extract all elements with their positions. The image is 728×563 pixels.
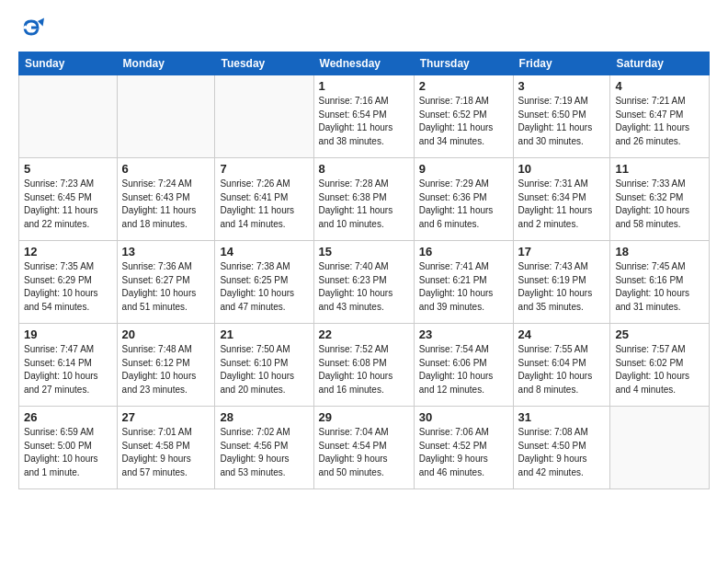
day-number: 12	[24, 245, 112, 259]
day-number: 8	[319, 162, 409, 176]
day-number: 5	[24, 162, 112, 176]
week-row-4: 19Sunrise: 7:47 AM Sunset: 6:14 PM Dayli…	[19, 324, 710, 407]
day-info: Sunrise: 7:57 AM Sunset: 6:02 PM Dayligh…	[615, 343, 704, 396]
day-info: Sunrise: 7:38 AM Sunset: 6:25 PM Dayligh…	[220, 260, 308, 314]
logo	[18, 15, 46, 40]
day-number: 21	[220, 327, 308, 341]
calendar-cell: 31Sunrise: 7:08 AM Sunset: 4:50 PM Dayli…	[513, 407, 610, 489]
day-number: 15	[319, 245, 409, 259]
day-number: 22	[319, 327, 409, 341]
day-info: Sunrise: 7:19 AM Sunset: 6:50 PM Dayligh…	[518, 95, 606, 148]
day-info: Sunrise: 7:21 AM Sunset: 6:47 PM Dayligh…	[615, 95, 704, 148]
calendar-cell: 27Sunrise: 7:01 AM Sunset: 4:58 PM Dayli…	[117, 407, 215, 489]
day-info: Sunrise: 7:24 AM Sunset: 6:43 PM Dayligh…	[122, 178, 210, 231]
calendar-cell: 15Sunrise: 7:40 AM Sunset: 6:23 PM Dayli…	[313, 241, 414, 324]
day-number: 7	[220, 162, 308, 176]
day-number: 6	[122, 162, 210, 176]
day-number: 4	[615, 79, 704, 93]
day-info: Sunrise: 7:48 AM Sunset: 6:12 PM Dayligh…	[122, 343, 210, 396]
calendar-cell	[215, 75, 313, 158]
weekday-header-sunday: Sunday	[19, 52, 118, 75]
day-number: 30	[419, 410, 508, 424]
calendar-cell: 22Sunrise: 7:52 AM Sunset: 6:08 PM Dayli…	[313, 324, 414, 407]
day-number: 25	[615, 327, 704, 341]
day-number: 23	[419, 327, 508, 341]
weekday-header-saturday: Saturday	[610, 52, 710, 75]
day-number: 20	[122, 327, 210, 341]
calendar-cell: 20Sunrise: 7:48 AM Sunset: 6:12 PM Dayli…	[117, 324, 215, 407]
day-number: 11	[615, 162, 704, 176]
calendar-cell: 28Sunrise: 7:02 AM Sunset: 4:56 PM Dayli…	[215, 407, 313, 489]
calendar-cell	[19, 75, 118, 158]
general-blue-icon	[18, 15, 44, 40]
header	[18, 15, 710, 40]
calendar-cell: 4Sunrise: 7:21 AM Sunset: 6:47 PM Daylig…	[610, 75, 710, 158]
day-info: Sunrise: 7:16 AM Sunset: 6:54 PM Dayligh…	[319, 95, 409, 148]
day-info: Sunrise: 7:31 AM Sunset: 6:34 PM Dayligh…	[518, 178, 606, 231]
day-info: Sunrise: 7:04 AM Sunset: 4:54 PM Dayligh…	[319, 426, 409, 479]
day-info: Sunrise: 7:47 AM Sunset: 6:14 PM Dayligh…	[24, 343, 112, 396]
day-info: Sunrise: 7:36 AM Sunset: 6:27 PM Dayligh…	[122, 260, 210, 314]
calendar-cell: 5Sunrise: 7:23 AM Sunset: 6:45 PM Daylig…	[19, 158, 118, 241]
day-info: Sunrise: 7:55 AM Sunset: 6:04 PM Dayligh…	[518, 343, 606, 396]
day-info: Sunrise: 7:54 AM Sunset: 6:06 PM Dayligh…	[419, 343, 508, 396]
week-row-3: 12Sunrise: 7:35 AM Sunset: 6:29 PM Dayli…	[19, 241, 710, 324]
weekday-header-tuesday: Tuesday	[215, 52, 313, 75]
day-info: Sunrise: 7:06 AM Sunset: 4:52 PM Dayligh…	[419, 426, 508, 479]
day-number: 24	[518, 327, 606, 341]
day-info: Sunrise: 7:52 AM Sunset: 6:08 PM Dayligh…	[319, 343, 409, 396]
calendar-cell: 19Sunrise: 7:47 AM Sunset: 6:14 PM Dayli…	[19, 324, 118, 407]
calendar-cell: 8Sunrise: 7:28 AM Sunset: 6:38 PM Daylig…	[313, 158, 414, 241]
calendar-cell: 9Sunrise: 7:29 AM Sunset: 6:36 PM Daylig…	[414, 158, 513, 241]
weekday-header-thursday: Thursday	[414, 52, 513, 75]
calendar-cell: 6Sunrise: 7:24 AM Sunset: 6:43 PM Daylig…	[117, 158, 215, 241]
day-number: 13	[122, 245, 210, 259]
calendar-cell: 12Sunrise: 7:35 AM Sunset: 6:29 PM Dayli…	[19, 241, 118, 324]
day-info: Sunrise: 7:33 AM Sunset: 6:32 PM Dayligh…	[615, 178, 704, 231]
week-row-2: 5Sunrise: 7:23 AM Sunset: 6:45 PM Daylig…	[19, 158, 710, 241]
day-number: 14	[220, 245, 308, 259]
day-info: Sunrise: 6:59 AM Sunset: 5:00 PM Dayligh…	[24, 426, 112, 479]
day-number: 10	[518, 162, 606, 176]
calendar-cell: 1Sunrise: 7:16 AM Sunset: 6:54 PM Daylig…	[313, 75, 414, 158]
calendar-cell: 30Sunrise: 7:06 AM Sunset: 4:52 PM Dayli…	[414, 407, 513, 489]
weekday-header-wednesday: Wednesday	[313, 52, 414, 75]
calendar-cell: 25Sunrise: 7:57 AM Sunset: 6:02 PM Dayli…	[610, 324, 710, 407]
calendar-cell: 21Sunrise: 7:50 AM Sunset: 6:10 PM Dayli…	[215, 324, 313, 407]
calendar-cell	[117, 75, 215, 158]
calendar-table: SundayMondayTuesdayWednesdayThursdayFrid…	[18, 52, 710, 489]
day-info: Sunrise: 7:23 AM Sunset: 6:45 PM Dayligh…	[24, 178, 112, 231]
day-number: 28	[220, 410, 308, 424]
calendar-cell: 16Sunrise: 7:41 AM Sunset: 6:21 PM Dayli…	[414, 241, 513, 324]
day-info: Sunrise: 7:45 AM Sunset: 6:16 PM Dayligh…	[615, 260, 704, 314]
day-number: 9	[419, 162, 508, 176]
day-info: Sunrise: 7:35 AM Sunset: 6:29 PM Dayligh…	[24, 260, 112, 314]
day-info: Sunrise: 7:40 AM Sunset: 6:23 PM Dayligh…	[319, 260, 409, 314]
page: SundayMondayTuesdayWednesdayThursdayFrid…	[0, 0, 728, 504]
day-number: 16	[419, 245, 508, 259]
weekday-header-monday: Monday	[117, 52, 215, 75]
week-row-5: 26Sunrise: 6:59 AM Sunset: 5:00 PM Dayli…	[19, 407, 710, 489]
day-info: Sunrise: 7:18 AM Sunset: 6:52 PM Dayligh…	[419, 95, 508, 148]
day-number: 29	[319, 410, 409, 424]
day-info: Sunrise: 7:43 AM Sunset: 6:19 PM Dayligh…	[518, 260, 606, 314]
day-info: Sunrise: 7:41 AM Sunset: 6:21 PM Dayligh…	[419, 260, 508, 314]
day-info: Sunrise: 7:08 AM Sunset: 4:50 PM Dayligh…	[518, 426, 606, 479]
calendar-cell: 2Sunrise: 7:18 AM Sunset: 6:52 PM Daylig…	[414, 75, 513, 158]
day-info: Sunrise: 7:28 AM Sunset: 6:38 PM Dayligh…	[319, 178, 409, 231]
day-info: Sunrise: 7:01 AM Sunset: 4:58 PM Dayligh…	[122, 426, 210, 479]
calendar-cell: 13Sunrise: 7:36 AM Sunset: 6:27 PM Dayli…	[117, 241, 215, 324]
day-number: 18	[615, 245, 704, 259]
calendar-cell: 3Sunrise: 7:19 AM Sunset: 6:50 PM Daylig…	[513, 75, 610, 158]
calendar-cell: 17Sunrise: 7:43 AM Sunset: 6:19 PM Dayli…	[513, 241, 610, 324]
calendar-cell: 7Sunrise: 7:26 AM Sunset: 6:41 PM Daylig…	[215, 158, 313, 241]
weekday-header-friday: Friday	[513, 52, 610, 75]
day-info: Sunrise: 7:26 AM Sunset: 6:41 PM Dayligh…	[220, 178, 308, 231]
day-info: Sunrise: 7:02 AM Sunset: 4:56 PM Dayligh…	[220, 426, 308, 479]
day-number: 3	[518, 79, 606, 93]
day-number: 2	[419, 79, 508, 93]
calendar-cell: 24Sunrise: 7:55 AM Sunset: 6:04 PM Dayli…	[513, 324, 610, 407]
calendar-cell: 29Sunrise: 7:04 AM Sunset: 4:54 PM Dayli…	[313, 407, 414, 489]
calendar-cell: 26Sunrise: 6:59 AM Sunset: 5:00 PM Dayli…	[19, 407, 118, 489]
calendar-cell: 18Sunrise: 7:45 AM Sunset: 6:16 PM Dayli…	[610, 241, 710, 324]
